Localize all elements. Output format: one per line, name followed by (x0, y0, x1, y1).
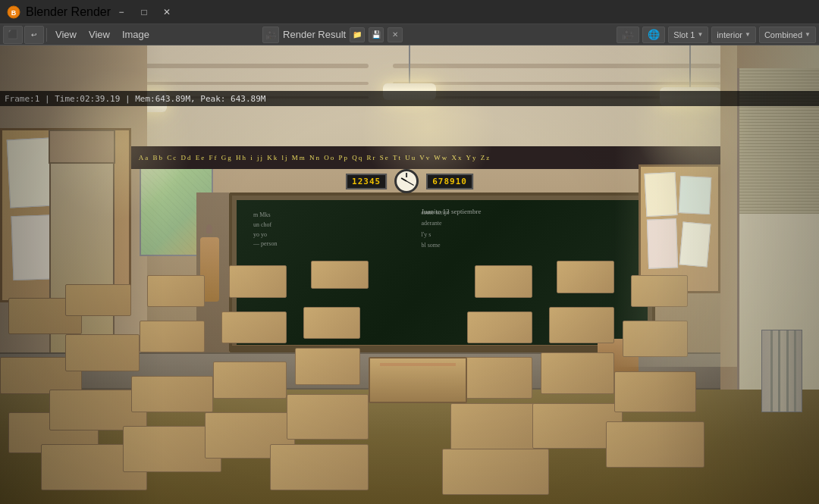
left-toolbar: ⬛ ↩ (3, 26, 44, 44)
right-paper-3 (646, 218, 677, 269)
radiator-fin-1 (770, 330, 773, 412)
student-desk-24 (450, 403, 541, 454)
radiator (761, 330, 802, 412)
light-cord-right (689, 45, 691, 87)
render-result-label: Render Result (283, 29, 346, 40)
student-desk-14 (213, 362, 287, 398)
student-desk-5 (65, 334, 139, 371)
classroom-scene: Aa Bb Cc Dd Ee Ff Gg Hh i jj Kk lj Mm Nn… (0, 45, 819, 504)
student-desk-12 (229, 265, 287, 297)
header-icon-1[interactable]: ⬛ (3, 26, 23, 44)
student-desk-21 (475, 265, 532, 297)
student-desk-28 (541, 352, 614, 393)
radiator-fin-4 (794, 330, 796, 412)
title-bar: B Blender Render − □ ✕ (0, 0, 819, 24)
render-globe-icon[interactable]: 🌐 (642, 27, 665, 43)
menu-image[interactable]: Image (116, 26, 155, 44)
menu-view-2[interactable]: View (83, 26, 116, 44)
clock-12-mark (406, 173, 407, 177)
right-paper-2 (679, 176, 711, 214)
student-desk-4 (65, 284, 130, 316)
student-desk-10 (131, 376, 213, 412)
svg-text:B: B (11, 9, 17, 17)
window-title: Blender Render (26, 5, 111, 19)
slot-dropdown-arrow: ▼ (697, 31, 703, 38)
close-button[interactable]: ✕ (156, 4, 177, 20)
student-desk-22 (467, 311, 532, 343)
render-area: Frame:1 | Time:02:39.19 | Mem:643.89M, P… (0, 45, 819, 504)
render-save-icon[interactable]: 💾 (369, 27, 384, 42)
right-toolbar-group: 🎥 🌐 Slot 1 ▼ interior ▼ Combined ▼ (617, 27, 816, 43)
separator-1 (46, 28, 47, 42)
classroom-clock (394, 169, 419, 193)
student-desk-13 (221, 311, 287, 343)
view-layer-selector[interactable]: interior ▼ (711, 27, 756, 43)
student-desk-31 (623, 321, 688, 357)
student-desk-18 (295, 348, 360, 384)
door-transom (49, 130, 115, 164)
render-close-icon[interactable]: ✕ (388, 27, 403, 42)
number-display: 12345 678910 (346, 169, 473, 193)
student-desk-16 (311, 261, 369, 288)
number-box-right: 678910 (426, 174, 473, 189)
minimize-button[interactable]: − (111, 4, 132, 20)
student-desk-27 (549, 307, 614, 343)
student-desk-23 (459, 357, 532, 398)
combined-selector[interactable]: Combined ▼ (759, 27, 816, 43)
radiator-fin-2 (778, 330, 780, 412)
paper-1 (7, 138, 55, 208)
alphabet-banner: Aa Bb Cc Dd Ee Ff Gg Hh i jj Kk lj Mm Nn… (131, 146, 721, 169)
maximize-button[interactable]: □ (133, 4, 155, 20)
header-icon-2[interactable]: ↩ (24, 26, 44, 44)
blind-slat-48 (739, 211, 819, 214)
render-result-bar: 🎥 Render Result 📁 💾 ✕ (262, 24, 403, 45)
view-layer-dropdown-arrow: ▼ (745, 31, 751, 38)
menu-view-1[interactable]: View (49, 26, 83, 44)
render-camera-icon[interactable]: 🎥 (262, 27, 279, 43)
render-folder-icon[interactable]: 📁 (350, 27, 365, 42)
chalk-subtext: some script aderante l'y s bl some (422, 208, 450, 252)
desk-surface (380, 363, 457, 366)
view-layer-label: interior (717, 30, 742, 39)
coat-hook-1 (206, 224, 212, 233)
radiator-fin-3 (786, 330, 789, 412)
student-desk-17 (303, 307, 361, 339)
clock-minute-hand (406, 181, 414, 186)
light-cord-center (409, 45, 410, 83)
student-desk-26 (557, 261, 614, 293)
student-desk-25 (442, 449, 548, 495)
corkboard-right (639, 164, 720, 293)
window-controls: − □ ✕ (111, 4, 177, 20)
blender-icon: B (6, 5, 21, 20)
alphabet-text: Aa Bb Cc Dd Ee Ff Gg Hh i jj Kk lj Mm Nn… (139, 154, 491, 161)
student-desk-33 (606, 421, 704, 468)
right-paper-4 (679, 221, 711, 267)
teacher-desk (369, 357, 467, 403)
slot-selector[interactable]: Slot 1 ▼ (668, 27, 708, 43)
student-desk-32 (614, 371, 696, 412)
combined-dropdown-arrow: ▼ (805, 31, 811, 38)
student-desk-20 (270, 444, 369, 490)
status-text: Frame:1 | Time:02:39.19 | Mem:643.89M, P… (5, 94, 265, 104)
render-engine-icon[interactable]: 🎥 (617, 27, 639, 43)
menu-bar: ⬛ ↩ View View Image 🎥 Render Result 📁 💾 … (0, 24, 819, 45)
student-desk-8 (147, 275, 205, 307)
student-desk-30 (631, 275, 689, 307)
slot-label: Slot 1 (673, 30, 695, 39)
right-paper-1 (644, 172, 677, 217)
number-box-left: 12345 (346, 174, 387, 189)
status-bar: Frame:1 | Time:02:39.19 | Mem:643.89M, P… (0, 91, 819, 106)
student-desk-19 (287, 394, 369, 440)
student-desk-9 (140, 321, 205, 352)
chalk-text-left: m Mks un chof yo yo — person (253, 211, 277, 249)
combined-label: Combined (764, 30, 802, 39)
